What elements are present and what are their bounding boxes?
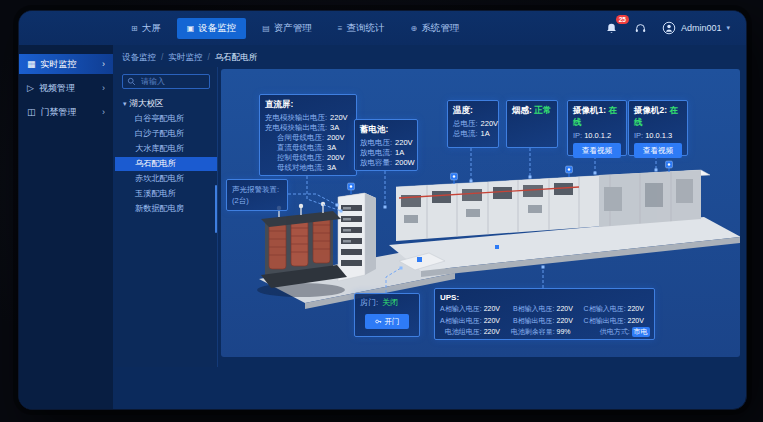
ups-panel: UPS: A相输入电压:220V B相输入电压:220V C相输入电压:220V… xyxy=(434,288,655,340)
row-value: 220V xyxy=(628,316,650,326)
door-panel: 房门: 关闭 开门 xyxy=(354,293,420,337)
tree-item-selected[interactable]: 乌石配电所 xyxy=(115,157,217,171)
tree-item[interactable]: 白谷亭配电所 xyxy=(115,112,217,126)
row-label: 合闸母线电压: xyxy=(265,133,324,143)
list-icon: ≡ xyxy=(338,24,343,33)
breadcrumb-item[interactable]: 实时监控 xyxy=(168,52,202,64)
row-label: 直流母线电流: xyxy=(265,143,324,153)
chevron-down-icon: ▾ xyxy=(726,24,730,32)
headset-icon xyxy=(634,22,647,35)
chevron-right-icon: › xyxy=(102,107,105,117)
view-video-button[interactable]: 查看视频 xyxy=(573,143,621,158)
tree-caret-icon: ▾ xyxy=(123,100,127,108)
ip-row: IP:10.0.1.3 xyxy=(634,131,682,140)
breadcrumb-separator: / xyxy=(161,52,163,64)
tree-item[interactable]: 玉溪配电所 xyxy=(115,187,217,201)
row-value: 220V xyxy=(557,304,579,314)
grid-icon: ⊞ xyxy=(131,24,138,33)
nav-tab-query-stats[interactable]: ≡查询统计 xyxy=(328,18,395,39)
user-menu[interactable]: Admin001 ▾ xyxy=(662,21,730,35)
tree-parent-label: 湖大校区 xyxy=(130,98,164,110)
alarm-count: (2台) xyxy=(232,195,282,206)
row-label: 供电方式: xyxy=(584,327,630,337)
app-window: ⊞大屏 ▣设备监控 ▤资产管理 ≡查询统计 ⊕系统管理 25 Admin001 … xyxy=(18,10,747,410)
row-label: A相输入电压: xyxy=(440,304,482,314)
location-pin-icon[interactable] xyxy=(566,166,573,177)
status-badge: 正常 xyxy=(534,105,551,115)
notification-bell-button[interactable]: 25 xyxy=(604,20,620,36)
tree-parent-node[interactable]: ▾ 湖大校区 xyxy=(115,96,217,112)
notification-badge: 25 xyxy=(616,15,629,24)
row-value: 3A xyxy=(327,143,351,153)
row-label: 放电电压: xyxy=(360,138,392,148)
data-row: B相输出电压:220V xyxy=(511,316,579,326)
row-value: 220V xyxy=(330,113,351,123)
row-value: 1A xyxy=(481,129,493,139)
breadcrumb: 设备监控 / 实时监控 / 乌石配电所 xyxy=(122,52,257,64)
data-row: A相输出电压:220V xyxy=(440,316,506,326)
row-value: 220V xyxy=(481,119,499,129)
station-tree-panel: ▾ 湖大校区 白谷亭配电所 白沙子配电所 大水库配电所 乌石配电所 赤坎北配电所… xyxy=(115,67,218,367)
tree-item[interactable]: 新数据配电房 xyxy=(115,202,217,216)
ip-value: 10.0.1.2 xyxy=(584,131,611,140)
nav-tab-device-monitor[interactable]: ▣设备监控 xyxy=(177,18,247,39)
tree-search-box xyxy=(122,74,210,89)
row-label: 控制母线电压: xyxy=(265,153,324,163)
data-row: C相输入电压:220V xyxy=(584,304,650,314)
ip-row: IP:10.0.1.2 xyxy=(573,131,621,140)
panel-title: UPS: xyxy=(440,293,649,302)
data-row: 控制母线电压:200V xyxy=(265,153,351,163)
data-row: 总电流:1A xyxy=(453,129,493,139)
location-pin-icon[interactable] xyxy=(451,173,458,184)
breadcrumb-item[interactable]: 设备监控 xyxy=(122,52,156,64)
row-label: 总电压: xyxy=(453,119,478,129)
search-input[interactable] xyxy=(139,76,205,87)
data-row: 放电容量:200W xyxy=(360,158,412,168)
sidebar-item-access-manage[interactable]: ◫ 门禁管理 › xyxy=(19,102,113,122)
navbar-right-cluster: 25 Admin001 ▾ xyxy=(604,20,746,36)
row-label: 总电流: xyxy=(453,129,478,139)
data-row: 充电模块输出电压:220V xyxy=(265,113,351,123)
row-label: B相输入电压: xyxy=(511,304,555,314)
tree-item[interactable]: 赤坎北配电所 xyxy=(115,172,217,186)
ip-label: IP: xyxy=(573,131,582,140)
location-pin-icon[interactable] xyxy=(666,161,673,172)
row-value: 200V xyxy=(327,133,351,143)
open-door-button[interactable]: 开门 xyxy=(365,314,409,329)
breadcrumb-separator: / xyxy=(207,52,209,64)
nav-tab-label: 查询统计 xyxy=(347,22,385,35)
station-detail-view: 直流屏: 充电模块输出电压:220V 充电模块输出电流:3A 合闸母线电压:20… xyxy=(221,69,740,357)
alarm-device-panel: 声光报警装置: (2台) xyxy=(226,179,288,211)
row-label: C相输出电压: xyxy=(584,316,626,326)
door-icon: ◫ xyxy=(27,107,36,117)
nav-tab-dashboard[interactable]: ⊞大屏 xyxy=(121,18,171,39)
sidebar-item-video-manage[interactable]: ▷ 视频管理 › xyxy=(19,78,113,98)
data-row: 合闸母线电压:200V xyxy=(265,133,351,143)
sidebar-item-realtime-monitor[interactable]: ▦ 实时监控 › xyxy=(19,54,113,74)
nav-tab-assets[interactable]: ▤资产管理 xyxy=(252,18,322,39)
gear-icon: ⊕ xyxy=(411,24,418,33)
nav-tab-label: 系统管理 xyxy=(421,22,459,35)
row-label: 母线对地电流: xyxy=(265,163,324,173)
row-label: B相输出电压: xyxy=(511,316,555,326)
support-button[interactable] xyxy=(633,20,649,36)
data-row: 电池组电压:220V xyxy=(440,327,506,337)
tree-item[interactable]: 大水库配电所 xyxy=(115,142,217,156)
panel-title: 直流屏: xyxy=(265,99,351,111)
panel-title: 蓄电池: xyxy=(360,124,412,136)
view-video-button[interactable]: 查看视频 xyxy=(634,143,682,158)
nav-tab-system[interactable]: ⊕系统管理 xyxy=(401,18,470,39)
monitor-icon: ▣ xyxy=(187,24,195,33)
data-row: 充电模块输出电流:3A xyxy=(265,123,351,133)
search-icon xyxy=(127,77,136,86)
scrollbar-thumb[interactable] xyxy=(215,185,217,233)
row-label: 充电模块输出电流: xyxy=(265,123,327,133)
row-value: 220V xyxy=(395,138,413,148)
tree-item[interactable]: 白沙子配电所 xyxy=(115,127,217,141)
location-pin-icon[interactable] xyxy=(348,183,355,194)
nav-tab-label: 设备监控 xyxy=(198,22,236,35)
avatar-icon xyxy=(662,21,676,35)
row-value: 220V xyxy=(484,327,506,337)
panel-title: 温度: xyxy=(453,105,493,117)
smoke-sensor-panel: 烟感: 正常 xyxy=(506,100,558,148)
